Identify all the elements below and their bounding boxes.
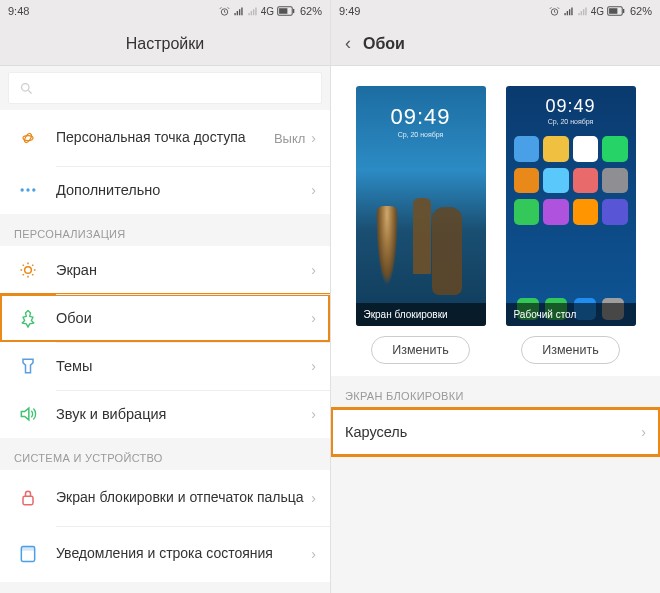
row-label: Темы bbox=[56, 357, 311, 375]
status-icons: 4G 62% bbox=[219, 5, 322, 17]
row-label: Экран bbox=[56, 261, 311, 279]
app-icon bbox=[514, 168, 540, 194]
svg-point-4 bbox=[22, 83, 30, 91]
chevron-right-icon: › bbox=[311, 358, 316, 374]
row-lockscreen[interactable]: Экран блокировки и отпечаток пальца › bbox=[0, 470, 330, 526]
svg-rect-3 bbox=[279, 8, 287, 14]
row-label: Персональная точка доступа bbox=[56, 129, 274, 147]
status-time: 9:49 bbox=[339, 5, 360, 17]
app-icon bbox=[573, 168, 599, 194]
signal-icon bbox=[233, 6, 244, 17]
row-label: Карусель bbox=[345, 423, 641, 441]
app-icon: ▶ bbox=[573, 136, 599, 162]
lockscreen-preview[interactable]: 09:49 Ср, 20 ноября Экран блокировки bbox=[356, 86, 486, 326]
change-homescreen-button[interactable]: Изменить bbox=[521, 336, 619, 364]
lock-icon bbox=[14, 484, 42, 512]
svg-rect-16 bbox=[623, 9, 624, 13]
chevron-right-icon: › bbox=[311, 130, 316, 146]
svg-rect-17 bbox=[609, 8, 617, 14]
app-icon bbox=[543, 136, 569, 162]
row-label: Обои bbox=[56, 309, 311, 327]
wallpaper-icon bbox=[14, 304, 42, 332]
chevron-right-icon: › bbox=[311, 310, 316, 326]
home-clock: 09:49 Ср, 20 ноября bbox=[506, 96, 636, 125]
section-system: СИСТЕМА И УСТРОЙСТВО bbox=[0, 438, 330, 470]
app-icon bbox=[602, 168, 628, 194]
notifications-icon bbox=[14, 540, 42, 568]
chevron-right-icon: › bbox=[311, 262, 316, 278]
row-label: Экран блокировки и отпечаток пальца bbox=[56, 489, 311, 507]
wallpaper-previews: 09:49 Ср, 20 ноября Экран блокировки Изм… bbox=[331, 66, 660, 376]
header: Настройки bbox=[0, 22, 330, 66]
lockscreen-caption: Экран блокировки bbox=[356, 303, 486, 326]
status-bar: 9:48 4G 62% bbox=[0, 0, 330, 22]
row-hotspot[interactable]: Персональная точка доступа Выкл › bbox=[0, 110, 330, 166]
app-icon bbox=[543, 168, 569, 194]
header-title: Настройки bbox=[126, 35, 204, 53]
chevron-right-icon: › bbox=[311, 406, 316, 422]
row-sound[interactable]: Звук и вибрация › bbox=[0, 390, 330, 438]
status-icons: 4G 62% bbox=[549, 5, 652, 17]
search-icon bbox=[19, 81, 34, 96]
phone-settings: 9:48 4G 62% Настройки Персональная точка… bbox=[0, 0, 330, 593]
app-icon bbox=[573, 199, 599, 225]
status-bar: 9:49 4G 62% bbox=[331, 0, 660, 22]
app-icon bbox=[514, 199, 540, 225]
hotspot-icon bbox=[14, 124, 42, 152]
row-more[interactable]: Дополнительно › bbox=[0, 166, 330, 214]
svg-rect-13 bbox=[21, 547, 34, 551]
row-value: Выкл bbox=[274, 131, 305, 146]
battery-pct: 62% bbox=[300, 5, 322, 17]
section-personalization: ПЕРСОНАЛИЗАЦИЯ bbox=[0, 214, 330, 246]
header: ‹ Обои bbox=[331, 22, 660, 66]
homescreen-caption: Рабочий стол bbox=[506, 303, 636, 326]
signal-icon-2 bbox=[577, 6, 588, 17]
row-label: Звук и вибрация bbox=[56, 405, 311, 423]
svg-rect-11 bbox=[23, 496, 33, 504]
more-icon bbox=[14, 176, 42, 204]
svg-point-9 bbox=[32, 188, 35, 191]
app-icon bbox=[543, 199, 569, 225]
svg-point-10 bbox=[25, 267, 32, 274]
status-time: 9:48 bbox=[8, 5, 29, 17]
back-button[interactable]: ‹ bbox=[345, 33, 351, 54]
app-icon bbox=[514, 136, 540, 162]
chevron-right-icon: › bbox=[311, 546, 316, 562]
battery-icon bbox=[277, 6, 295, 16]
app-icon bbox=[602, 136, 628, 162]
row-themes[interactable]: Темы › bbox=[0, 342, 330, 390]
signal-icon bbox=[563, 6, 574, 17]
app-icon bbox=[602, 199, 628, 225]
chevron-right-icon: › bbox=[311, 182, 316, 198]
svg-point-7 bbox=[21, 188, 24, 191]
row-display[interactable]: Экран › bbox=[0, 246, 330, 294]
search-input[interactable] bbox=[8, 72, 322, 104]
chevron-right-icon: › bbox=[311, 490, 316, 506]
phone-wallpaper: 9:49 4G 62% ‹ Обои 09:49 Ср, 20 ноября Э… bbox=[330, 0, 660, 593]
sound-icon bbox=[14, 400, 42, 428]
display-icon bbox=[14, 256, 42, 284]
network-label: 4G bbox=[591, 6, 604, 17]
change-lockscreen-button[interactable]: Изменить bbox=[371, 336, 469, 364]
alarm-icon bbox=[219, 6, 230, 17]
row-label: Дополнительно bbox=[56, 181, 311, 199]
svg-rect-2 bbox=[293, 9, 294, 13]
lock-clock: 09:49 Ср, 20 ноября bbox=[356, 104, 486, 138]
themes-icon bbox=[14, 352, 42, 380]
battery-pct: 62% bbox=[630, 5, 652, 17]
row-label: Уведомления и строка состояния bbox=[56, 545, 311, 563]
svg-point-6 bbox=[23, 132, 32, 143]
app-grid: ▶ bbox=[514, 136, 628, 225]
row-carousel[interactable]: Карусель › bbox=[331, 408, 660, 456]
row-wallpaper[interactable]: Обои › bbox=[0, 294, 330, 342]
svg-point-8 bbox=[26, 188, 29, 191]
row-notifications[interactable]: Уведомления и строка состояния › bbox=[0, 526, 330, 582]
network-label: 4G bbox=[261, 6, 274, 17]
section-lockscreen: ЭКРАН БЛОКИРОВКИ bbox=[331, 376, 660, 408]
header-title: Обои bbox=[363, 35, 405, 53]
homescreen-preview[interactable]: 09:49 Ср, 20 ноября ▶ bbox=[506, 86, 636, 326]
battery-icon bbox=[607, 6, 625, 16]
alarm-icon bbox=[549, 6, 560, 17]
signal-icon-2 bbox=[247, 6, 258, 17]
chevron-right-icon: › bbox=[641, 424, 646, 440]
